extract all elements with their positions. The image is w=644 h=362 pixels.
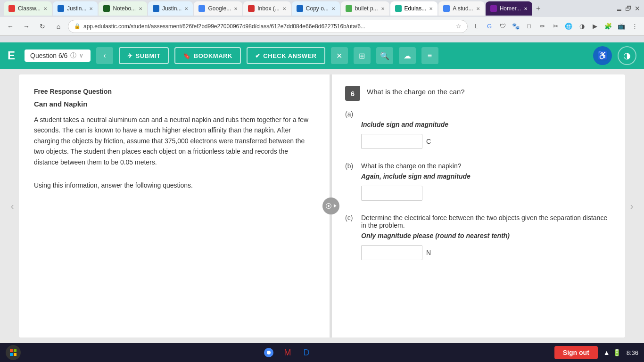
extension-l[interactable]: L (471, 21, 482, 32)
bookmark-icon: 🔖 (183, 52, 191, 59)
tab-edulastic-label: Edulas... (405, 5, 427, 12)
tab-close-bullet[interactable]: ✕ (381, 6, 385, 11)
justin2-favicon (153, 5, 159, 12)
tab-close-classwork[interactable]: ✕ (43, 6, 47, 11)
more-options[interactable]: ⋮ (629, 21, 640, 32)
extension-scissors[interactable]: ✂ (550, 21, 561, 32)
tab-justin2-label: Justin... (162, 5, 182, 12)
question-label: Question 6/6 (30, 52, 67, 59)
svg-rect-1 (14, 349, 17, 352)
extension-g[interactable]: G (484, 21, 495, 32)
docs-taskbar-icon[interactable]: D (300, 346, 313, 359)
search-button[interactable]: 🔍 (376, 47, 393, 64)
extension-paw[interactable]: 🐾 (510, 21, 521, 32)
sign-out-button[interactable]: Sign out (554, 346, 598, 359)
refresh-button[interactable]: ↻ (36, 20, 49, 33)
tab-justin1[interactable]: Justin... ✕ (53, 1, 98, 16)
copy-favicon (297, 5, 303, 12)
upload-button[interactable]: ☁ (399, 47, 416, 64)
question-body: A student takes a neutral aluminum can a… (34, 115, 314, 167)
star-icon[interactable]: ☆ (456, 23, 462, 30)
tab-justin1-label: Justin... (67, 5, 86, 12)
tab-justin2[interactable]: Justin... ✕ (148, 1, 193, 16)
answer-input-c[interactable] (361, 245, 422, 260)
chrome-taskbar-icon[interactable] (262, 346, 275, 359)
next-arrow[interactable]: › (625, 74, 638, 337)
info-icon[interactable]: ⓘ (70, 51, 76, 60)
tab-bullet-label: bullet p... (355, 5, 378, 12)
home-button[interactable]: ⌂ (52, 20, 65, 33)
extension-puzzle[interactable]: 🧩 (603, 21, 614, 32)
tab-classwork[interactable]: Classw... ✕ (4, 1, 52, 16)
back-button[interactable]: ← (4, 20, 17, 33)
close-button[interactable]: ✕ (331, 47, 348, 64)
browser-nav: ← → ↻ ⌂ 🔒 app.edulastic.com/student/asse… (0, 17, 644, 36)
tab-google[interactable]: Google... ✕ (194, 1, 242, 16)
answer-input-a[interactable] (361, 134, 422, 149)
tab-notebook-label: Notebo... (113, 5, 136, 12)
sub-question-b: (b) What is the charge on the napkin? Ag… (345, 162, 612, 201)
tab-homer[interactable]: Homer... ✕ (486, 1, 532, 16)
tab-close-inbox[interactable]: ✕ (282, 6, 286, 11)
content-area: Free Response Question Can and Napkin A … (19, 74, 625, 337)
tab-astudy[interactable]: A stud... ✕ (438, 1, 484, 16)
submit-label: SUBMIT (136, 52, 161, 59)
question-title: Can and Napkin (34, 100, 314, 108)
accessibility-button[interactable]: ♿ (593, 46, 612, 65)
tab-close-justin2[interactable]: ✕ (184, 6, 188, 11)
tab-close-astudy[interactable]: ✕ (476, 6, 480, 11)
prev-arrow[interactable]: ‹ (6, 74, 19, 337)
start-button[interactable] (6, 345, 21, 360)
submit-icon: ✈ (127, 52, 133, 59)
windows-icon (9, 349, 17, 356)
tab-copy[interactable]: Copy o... ✕ (292, 1, 340, 16)
extension-cast[interactable]: 📺 (616, 21, 627, 32)
panel-divider: ⦿ ▶ (330, 74, 332, 337)
extension-shield[interactable]: 🛡 (497, 21, 508, 32)
extension-box[interactable]: □ (523, 21, 535, 32)
tab-close-copy[interactable]: ✕ (331, 6, 335, 11)
tab-copy-label: Copy o... (306, 5, 329, 12)
taskbar-right: Sign out ▲ 🔋 8:36 (554, 346, 638, 359)
right-panel: 6 What is the charge on the can? (a) Inc… (332, 74, 625, 337)
calculator-button[interactable]: ⊞ (354, 47, 371, 64)
classwork-favicon (8, 5, 15, 12)
check-answer-button[interactable]: ✔ CHECK ANSWER (247, 47, 325, 64)
tab-close-google[interactable]: ✕ (234, 6, 238, 11)
maximize-icon[interactable]: 🗗 (625, 5, 632, 12)
tab-close-homer[interactable]: ✕ (524, 6, 528, 11)
submit-button[interactable]: ✈ SUBMIT (119, 47, 169, 64)
extension-dark[interactable]: ◑ (576, 21, 587, 32)
tab-notebook[interactable]: Notebo... ✕ (99, 1, 147, 16)
battery-icon: 🔋 (613, 349, 621, 356)
main-content: ‹ Free Response Question Can and Napkin … (0, 69, 644, 343)
extension-globe[interactable]: 🌐 (563, 21, 574, 32)
divider-icon: ⦿ ▶ (325, 202, 337, 210)
chevron-left-icon: ‹ (103, 51, 106, 60)
close-window-icon[interactable]: ✕ (635, 5, 640, 12)
tab-close-edulastic[interactable]: ✕ (429, 6, 433, 11)
address-bar[interactable]: 🔒 app.edulastic.com/student/assessment/6… (68, 20, 468, 33)
extension-play[interactable]: ▶ (589, 21, 601, 32)
hamburger-icon: ≡ (428, 51, 432, 60)
tab-close-notebook[interactable]: ✕ (139, 6, 142, 11)
new-tab-button[interactable]: + (533, 4, 543, 13)
prev-question-button[interactable]: ‹ (96, 47, 113, 64)
tab-edulastic[interactable]: Edulas... ✕ (390, 1, 438, 16)
bookmark-button[interactable]: 🔖 BOOKMARK (174, 47, 241, 64)
menu-button[interactable]: ≡ (421, 47, 438, 64)
sub-letter-c: (c) (345, 214, 356, 222)
gmail-taskbar-icon[interactable]: M (281, 346, 294, 359)
tab-inbox[interactable]: Inbox (... ✕ (243, 1, 291, 16)
forward-button[interactable]: → (20, 20, 33, 33)
minimize-icon[interactable]: 🗕 (616, 5, 622, 12)
extension-edit[interactable]: ✏ (537, 21, 548, 32)
tab-bullet[interactable]: bullet p... ✕ (341, 1, 389, 16)
answer-input-b[interactable] (361, 186, 422, 201)
tab-close-justin1[interactable]: ✕ (89, 6, 93, 11)
answer-row-a: C (361, 134, 612, 149)
settings-button[interactable]: ◑ (618, 46, 636, 65)
settings-icon: ◑ (623, 50, 631, 61)
divider-handle[interactable]: ⦿ ▶ (322, 197, 339, 214)
chevron-down-icon[interactable]: ∨ (79, 52, 83, 59)
